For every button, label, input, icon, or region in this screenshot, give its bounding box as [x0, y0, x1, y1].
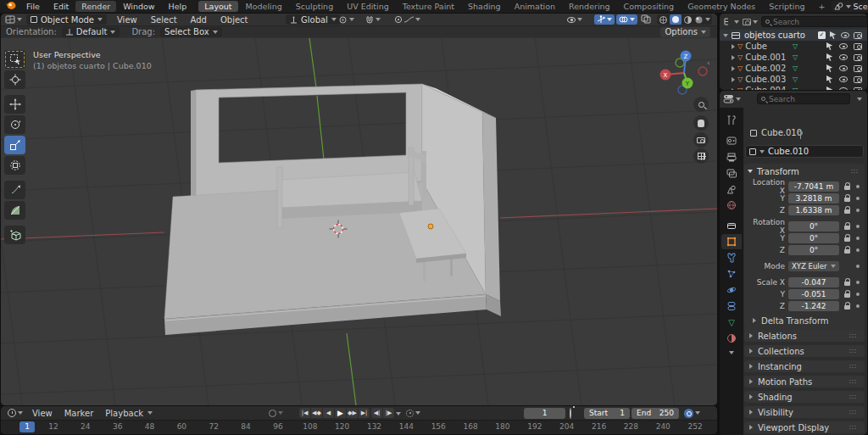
- viewport-canvas[interactable]: Z X Y User Perspective (1) objetos cuart…: [1, 38, 717, 405]
- animate-dot[interactable]: [856, 225, 860, 228]
- expand-icon[interactable]: [732, 88, 735, 91]
- outliner-item[interactable]: ▽ Cube.001 ▽: [720, 52, 867, 63]
- animate-dot[interactable]: [856, 265, 860, 268]
- drag-handle-icon[interactable]: [849, 365, 856, 369]
- camera-view-button[interactable]: [693, 132, 709, 148]
- nav-axis-neg-x[interactable]: [698, 67, 707, 75]
- disable-render-icon[interactable]: [854, 54, 862, 61]
- hide-viewport-icon[interactable]: [841, 32, 849, 38]
- animate-dot[interactable]: [856, 281, 860, 284]
- chevron-down-icon[interactable]: [857, 98, 862, 101]
- disable-render-icon[interactable]: [854, 76, 862, 83]
- annotate-tool[interactable]: [4, 181, 25, 199]
- selectable-icon[interactable]: [826, 64, 833, 72]
- start-frame-field[interactable]: Start 1: [584, 408, 630, 419]
- outliner-item[interactable]: ▽ Cube.003 ▽: [720, 74, 867, 85]
- scene-selector[interactable]: Scene ×: [832, 1, 868, 12]
- tab-render[interactable]: [721, 133, 742, 148]
- property-section[interactable]: Visibility: [744, 406, 865, 418]
- animate-dot[interactable]: [856, 237, 860, 240]
- material-shading-icon[interactable]: [683, 15, 693, 25]
- workspace-tab[interactable]: Modeling: [240, 1, 288, 12]
- disable-render-icon[interactable]: [854, 65, 862, 72]
- timeline-ruler[interactable]: 1224364860728496108120132144156168180192…: [1, 420, 717, 434]
- tab-object-data[interactable]: ▽: [721, 315, 742, 330]
- jump-to-start-button[interactable]: |◀: [299, 408, 310, 418]
- workspace-tab[interactable]: Texture Paint: [397, 1, 460, 12]
- animate-dot[interactable]: [856, 248, 860, 252]
- frame-forward-button[interactable]: |▶: [383, 408, 394, 418]
- properties-search-input[interactable]: [769, 95, 846, 103]
- hide-viewport-icon[interactable]: [839, 43, 848, 49]
- timeline-menu-item[interactable]: Playback: [99, 409, 149, 418]
- lock-icon[interactable]: [844, 302, 850, 310]
- select-box-tool[interactable]: [4, 50, 25, 69]
- tab-modifiers[interactable]: [721, 250, 742, 265]
- tab-physics[interactable]: [721, 282, 742, 298]
- drag-handle-icon[interactable]: [849, 380, 856, 384]
- editor-type-button[interactable]: [5, 15, 22, 24]
- hide-viewport-icon[interactable]: [839, 87, 848, 90]
- value-field[interactable]: 0°: [788, 233, 839, 243]
- workspace-tab[interactable]: UV Editing: [341, 1, 395, 12]
- tab-view-layer[interactable]: [721, 165, 742, 181]
- drag-handle-icon[interactable]: [849, 334, 856, 338]
- scale-tool[interactable]: [4, 136, 25, 154]
- collection-row[interactable]: objetos cuarto ✓: [720, 30, 867, 41]
- cursor-tool[interactable]: [4, 70, 25, 89]
- measure-tool[interactable]: [4, 201, 25, 220]
- wireframe-shading-icon[interactable]: [659, 15, 668, 25]
- outliner-search-input[interactable]: [773, 18, 867, 26]
- expand-icon[interactable]: [732, 66, 735, 71]
- menu-item[interactable]: Help: [162, 1, 194, 12]
- outliner-search[interactable]: [761, 16, 867, 27]
- jump-to-end-button[interactable]: ▶|: [359, 408, 370, 418]
- perspective-toggle-button[interactable]: [693, 148, 709, 164]
- selected-object-origin[interactable]: [428, 224, 433, 229]
- collection-checkbox[interactable]: ✓: [818, 31, 826, 39]
- timeline-editor-type-button[interactable]: [8, 409, 23, 417]
- xray-toggle[interactable]: [641, 14, 651, 25]
- sidebar-toggle-arrow[interactable]: ‹: [707, 59, 710, 67]
- pan-button[interactable]: [693, 115, 709, 131]
- next-keyframe-button[interactable]: ◆▶: [347, 408, 358, 418]
- record-button[interactable]: [269, 410, 283, 417]
- bench-post-left[interactable]: [277, 167, 282, 228]
- selectable-icon[interactable]: [826, 42, 833, 50]
- value-field[interactable]: -1.242: [788, 301, 839, 311]
- disable-render-icon[interactable]: [854, 43, 862, 50]
- pin-icon[interactable]: [798, 131, 803, 136]
- property-section[interactable]: Relations: [744, 330, 865, 342]
- property-section[interactable]: Collections: [744, 345, 865, 357]
- animate-dot[interactable]: [856, 185, 860, 188]
- play-reverse-button[interactable]: ◀: [323, 408, 334, 418]
- display-mode-dropdown[interactable]: [723, 18, 739, 25]
- lock-icon[interactable]: [844, 182, 850, 190]
- zoom-button[interactable]: [693, 97, 709, 112]
- drag-handle-icon[interactable]: [851, 170, 858, 174]
- lock-icon[interactable]: [844, 290, 850, 298]
- move-tool[interactable]: [4, 95, 25, 114]
- hide-viewport-icon[interactable]: [839, 54, 848, 60]
- object-name-field[interactable]: Cube.010: [745, 145, 864, 158]
- add-cube-tool[interactable]: [4, 226, 25, 244]
- current-frame-field[interactable]: 1: [524, 408, 565, 419]
- drag-handle-icon[interactable]: [849, 349, 856, 354]
- hide-viewport-icon[interactable]: [839, 65, 848, 71]
- animate-dot[interactable]: [856, 293, 860, 296]
- timeline-menu-item[interactable]: Marker: [58, 409, 100, 418]
- drag-handle-icon[interactable]: [849, 410, 856, 415]
- rotate-tool[interactable]: [4, 115, 25, 134]
- workspace-tab[interactable]: Compositing: [618, 1, 681, 12]
- drag-setting-dropdown[interactable]: Select Box: [160, 27, 222, 37]
- chevron-down-icon[interactable]: [396, 412, 401, 415]
- lock-icon[interactable]: [844, 234, 850, 242]
- tab-output[interactable]: [721, 149, 742, 165]
- selectable-icon[interactable]: [826, 53, 833, 61]
- menu-item[interactable]: File: [19, 1, 47, 12]
- snap-toggle[interactable]: [365, 15, 381, 24]
- value-field[interactable]: 3.2818 m: [788, 193, 839, 204]
- workspace-tab[interactable]: Sculpting: [290, 1, 339, 12]
- pivot-point-dropdown[interactable]: [338, 15, 354, 25]
- lock-icon[interactable]: [844, 246, 850, 254]
